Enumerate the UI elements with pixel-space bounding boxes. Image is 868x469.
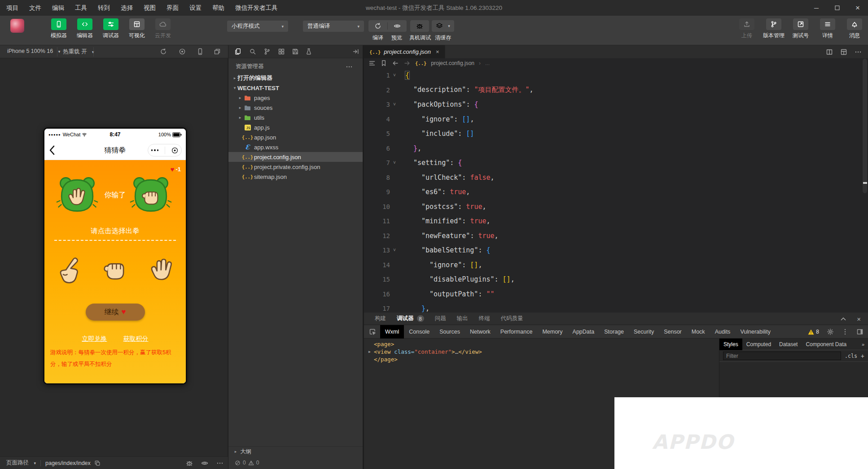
nav-back-icon[interactable] [392,60,399,67]
rotate-icon[interactable] [160,48,167,55]
filter-input[interactable] [723,352,841,360]
more-icon[interactable] [855,48,862,56]
toolbtn-编辑器[interactable]: 编辑器 [75,18,95,39]
styles-tab-Component Data[interactable]: Component Data [802,339,850,350]
styles-tab-Dataset[interactable]: Dataset [775,339,802,350]
clear-cache-button[interactable]: ▾ [432,20,454,32]
record-icon[interactable] [179,48,186,55]
menu-项目[interactable]: 项目 [6,4,18,12]
dots-icon[interactable] [216,460,224,467]
menu-转到[interactable]: 转到 [98,4,110,12]
more-button[interactable] [151,149,159,151]
preview-button[interactable] [388,20,407,32]
get-points-link[interactable]: 获取积分 [123,335,149,343]
toolbtn-模拟器[interactable]: 模拟器 [48,18,69,39]
fold-icon[interactable]: ˅ [390,102,399,107]
collapse-up-icon[interactable] [841,317,846,321]
wxml-tree[interactable]: <page>▶<view class="container">…</view><… [368,340,482,363]
maximize-button[interactable] [827,0,847,16]
compile-button[interactable] [368,20,387,32]
dock-icon[interactable] [856,328,864,335]
project-root[interactable]: ▾WECHAT-TEST [228,83,363,93]
menu-选择[interactable]: 选择 [121,4,133,12]
code-area[interactable]: 1˅{2"description": "项目配置文件。",3˅"packOpti… [364,68,868,313]
tree-item-utils[interactable]: ▸utils [228,113,363,122]
device-select[interactable]: iPhone 5 100% 16 ▾ [7,48,60,54]
more-actions-icon[interactable] [346,63,353,70]
split-editor-icon[interactable] [826,48,833,56]
continue-button[interactable]: 继续♥ [86,304,145,321]
devtools-tab-Vulnerability[interactable]: Vulnerability [735,325,776,339]
phone-mode-icon[interactable] [197,48,204,55]
avatar[interactable] [10,19,24,33]
outline-section[interactable]: ▸大纲 [228,446,363,456]
devtools-tab-Network[interactable]: Network [465,325,495,339]
panel-tab-构建[interactable]: 构建 [375,315,386,322]
wxml-line[interactable]: </page> [368,356,482,363]
tree-item-打开的编辑器[interactable]: ▸打开的编辑器 [228,73,363,83]
menu-设置[interactable]: 设置 [189,4,202,12]
devtools-tab-Performance[interactable]: Performance [495,325,538,339]
gear-icon[interactable] [827,328,834,335]
multi-window-icon[interactable] [214,48,221,55]
tree-item-project.private.config.json[interactable]: ▸{..}project.private.config.json [228,162,363,172]
tree-item-app.wxss[interactable]: ▸Ɛapp.wxss [228,142,363,152]
tree-item-project.config.json[interactable]: ▸{..}project.config.json [228,152,363,162]
add-rule-button[interactable]: + [861,352,864,360]
devtools-tab-Sensor[interactable]: Sensor [659,325,687,339]
choice-paper[interactable] [146,251,178,290]
menu-文件[interactable]: 文件 [29,4,41,12]
devtools-tab-Security[interactable]: Security [629,325,659,339]
breadcrumb-file[interactable]: project.config.json [431,60,474,66]
toolbtn-云开发[interactable]: 云开发 [153,18,173,39]
minimize-button[interactable]: ─ [806,0,827,16]
outline-list-icon[interactable] [368,60,376,67]
panel-tab-问题[interactable]: 问题 [435,315,446,322]
bookmark-icon[interactable] [380,60,387,67]
toolbtn-详情[interactable]: 详情 [816,18,839,39]
styles-more-icon[interactable]: » [862,342,864,347]
panel-tab-终端[interactable]: 终端 [479,315,490,322]
breadcrumb-more[interactable]: ... [485,60,490,66]
devtools-tab-Memory[interactable]: Memory [537,325,567,339]
layout-icon[interactable] [840,48,847,56]
close-button[interactable]: × [847,0,868,16]
redeem-link[interactable]: 立即兑换 [82,335,107,343]
menu-视图[interactable]: 视图 [144,4,156,12]
wxml-line[interactable]: ▶<view class="container">…</view> [368,348,482,356]
fold-icon[interactable]: ˅ [390,248,399,253]
menu-界面[interactable]: 界面 [167,4,179,12]
files-icon[interactable] [234,48,241,55]
toolbtn-调试器[interactable]: 调试器 [101,18,121,39]
devtools-tab-Console[interactable]: Console [404,325,434,339]
fold-icon[interactable]: ˅ [390,73,399,78]
toolbtn-消息[interactable]: 消息 [843,18,866,39]
choice-scissors[interactable] [52,251,84,290]
editor-scrollbar[interactable] [863,59,867,193]
path-select[interactable]: 页面路径 ▾ [6,459,36,467]
panel-tab-调试器[interactable]: 调试器8 [397,315,424,322]
panel-tab-输出[interactable]: 输出 [457,315,468,322]
menu-微信开发者工具[interactable]: 微信开发者工具 [235,4,278,12]
devtools-tab-AppData[interactable]: AppData [568,325,600,339]
devtools-tab-Storage[interactable]: Storage [599,325,629,339]
save-all-icon[interactable] [292,48,299,55]
hot-reload-toggle[interactable]: 热重载 开 ▾ [63,48,94,56]
copy-icon[interactable] [94,460,101,466]
compile-select[interactable]: 普通编译▾ [303,21,364,32]
package-icon[interactable] [305,48,312,55]
menu-帮助[interactable]: 帮助 [212,4,224,12]
collapse-panel-icon[interactable] [352,48,359,55]
tab-project-config[interactable]: {..} project.config.json × [364,45,445,58]
styles-tab-Computed[interactable]: Computed [742,339,775,350]
menu-工具[interactable]: 工具 [75,4,87,12]
kebab-icon[interactable] [842,328,849,335]
inspect-icon[interactable] [369,328,376,335]
search-icon[interactable] [249,48,256,55]
tree-item-souces[interactable]: ▸souces [228,103,363,113]
panel-tab-代码质量[interactable]: 代码质量 [501,315,523,322]
close-tab-icon[interactable]: × [436,48,439,55]
devtools-tab-Sources[interactable]: Sources [434,325,465,339]
close-miniprogram-button[interactable] [171,147,178,154]
extensions-icon[interactable] [278,48,285,55]
